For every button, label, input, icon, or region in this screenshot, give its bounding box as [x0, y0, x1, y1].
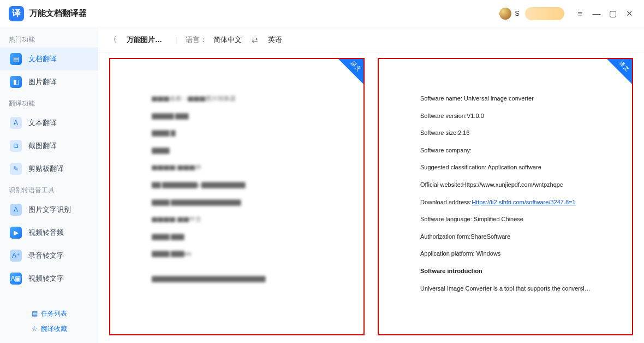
avatar[interactable]: [499, 8, 511, 20]
dst-line: Application platform: Windows: [420, 249, 591, 259]
maximize-icon[interactable]: ▢: [605, 5, 621, 22]
dst-line: Download address:Https://ti2.slhfri.com/…: [420, 198, 591, 208]
sidebar-item-label: 文本翻译: [28, 118, 57, 128]
sidebar-item-ocr[interactable]: A 图片文字识别: [0, 198, 98, 221]
star-icon: ☆: [32, 325, 38, 333]
translated-doc-body: Software name: Universal image converter…: [393, 67, 618, 327]
src-line: ▇▇▇▇ ▇▇中文: [152, 215, 322, 224]
image-translate-icon: ◧: [10, 76, 22, 88]
source-lang[interactable]: 简体中文: [213, 35, 242, 45]
src-line: ▇▇▇▇ ▇▇▇▇▇▇▇▇▇▇▇▇▇▇▇▇: [152, 198, 322, 208]
dst-line: Suggested classification: Application so…: [420, 163, 591, 173]
source-doc-body: ▇▇▇名称：▇▇▇图片转换器 ▇▇▇▇▇ ▇▇▇ ▇▇▇▇ ▇ ▇▇▇▇ ▇▇▇…: [124, 67, 349, 327]
swap-lang-icon[interactable]: ⇄: [248, 36, 261, 44]
sidebar-item-clipboard-translate[interactable]: ✎ 剪贴板翻译: [0, 157, 98, 180]
app-title: 万能文档翻译器: [29, 8, 87, 19]
src-line: ▇▇▇▇ ▇▇▇件: [152, 163, 322, 173]
content-area: 〈 万能图片… | 语言： 简体中文 ⇄ 英语 原文 ▇▇▇名称：▇▇▇图片转换…: [98, 27, 644, 343]
source-panel: 原文 ▇▇▇名称：▇▇▇图片转换器 ▇▇▇▇▇ ▇▇▇ ▇▇▇▇ ▇ ▇▇▇▇ …: [109, 58, 365, 335]
sidebar: 热门功能 ▤ 文档翻译 ◧ 图片翻译 翻译功能 A 文本翻译 ⧉ 截图翻译 ✎ …: [0, 27, 98, 343]
menu-icon[interactable]: ≡: [572, 5, 588, 22]
task-list-label: 任务列表: [41, 309, 67, 318]
src-line: ▇▇▇▇▇ ▇▇▇: [152, 111, 322, 121]
title-bar: 译 万能文档翻译器 S ≡ — ▢ ✕: [0, 0, 644, 27]
dst-line: Universal Image Converter is a tool that…: [420, 284, 591, 294]
dst-line: Software name: Universal image converter: [420, 94, 591, 104]
dst-line: Authorization form:ShareSoftware: [420, 232, 591, 242]
sidebar-item-label: 录音转文字: [28, 251, 64, 261]
sidebar-section-hot: 热门功能: [0, 29, 98, 48]
sidebar-item-audio-to-text[interactable]: A⁺ 录音转文字: [0, 244, 98, 267]
sidebar-bottom: ▤ 任务列表 ☆ 翻译收藏: [0, 300, 98, 343]
download-label: Download address:: [420, 199, 472, 205]
sidebar-item-label: 视频转音频: [28, 228, 64, 238]
sidebar-item-text-translate[interactable]: A 文本翻译: [0, 111, 98, 134]
favorites-link[interactable]: ☆ 翻译收藏: [0, 321, 98, 336]
task-list-link[interactable]: ▤ 任务列表: [0, 306, 98, 321]
src-line: ▇▇▇▇ ▇: [152, 128, 322, 138]
sidebar-section-tools: 识别转语音工具: [0, 180, 98, 198]
dst-line: Software size:2.16: [420, 128, 591, 138]
audio-to-text-icon: A⁺: [10, 250, 22, 262]
download-link[interactable]: Https://ti2.slhfri.com/software/3247.8=1: [472, 199, 575, 205]
lang-key: 语言：: [186, 35, 207, 45]
doc-translate-icon: ▤: [10, 53, 22, 65]
user-initial: S: [515, 9, 520, 17]
sidebar-section-translate: 翻译功能: [0, 93, 98, 111]
sidebar-item-video-to-audio[interactable]: ▶ 视频转音频: [0, 221, 98, 244]
screenshot-translate-icon: ⧉: [10, 140, 22, 152]
dst-line: Official website:Https://www.xunjiepdf.c…: [420, 180, 591, 190]
sidebar-item-label: 视频转文字: [28, 274, 64, 283]
sidebar-item-label: 截图翻译: [28, 141, 57, 151]
translate-top-bar: 〈 万能图片… | 语言： 简体中文 ⇄ 英语: [98, 27, 644, 52]
favorites-label: 翻译收藏: [41, 324, 67, 334]
src-line: ▇▇▇▇▇▇▇▇▇▇▇▇▇▇▇▇▇▇▇▇▇▇▇▇▇▇: [152, 274, 322, 284]
dst-heading: Software introduction: [420, 267, 591, 276]
video-to-text-icon: A▣: [10, 273, 22, 285]
src-line: ▇▇▇▇ ▇▇▇ws: [152, 249, 322, 259]
clipboard-translate-icon: ✎: [10, 163, 22, 175]
list-icon: ▤: [32, 310, 38, 317]
back-icon[interactable]: 〈: [109, 35, 117, 45]
src-line: ▇▇▇▇ ▇▇▇: [152, 232, 322, 242]
close-icon[interactable]: ✕: [621, 5, 637, 22]
sidebar-item-label: 剪贴板翻译: [28, 164, 64, 174]
dst-line: Software version:V1.0.0: [420, 111, 591, 121]
src-line: ▇▇ ▇▇▇▇▇▇▇▇v.▇▇▇▇▇▇▇▇▇▇: [152, 180, 322, 190]
upgrade-badge[interactable]: [525, 7, 564, 20]
translated-panel: 译文 Software name: Universal image conver…: [378, 58, 633, 335]
divider: |: [175, 36, 177, 44]
sidebar-item-screenshot-translate[interactable]: ⧉ 截图翻译: [0, 134, 98, 157]
dst-line: Software language: Simplified Chinese: [420, 215, 591, 224]
sidebar-item-image-translate[interactable]: ◧ 图片翻译: [0, 70, 98, 93]
ocr-icon: A: [10, 204, 22, 216]
video-to-audio-icon: ▶: [10, 227, 22, 239]
breadcrumb: 万能图片…: [127, 35, 162, 45]
sidebar-item-label: 图片文字识别: [28, 205, 71, 215]
text-translate-icon: A: [10, 117, 22, 129]
sidebar-item-doc-translate[interactable]: ▤ 文档翻译: [0, 48, 98, 70]
src-line: ▇▇▇名称：▇▇▇图片转换器: [152, 94, 322, 104]
minimize-icon[interactable]: —: [588, 5, 605, 22]
app-logo: 译: [9, 6, 24, 21]
sidebar-item-label: 文档翻译: [28, 54, 57, 64]
dst-line: Software company:: [420, 146, 591, 156]
target-lang[interactable]: 英语: [268, 35, 282, 45]
src-line: ▇▇▇▇: [152, 146, 322, 156]
sidebar-item-label: 图片翻译: [28, 77, 57, 87]
sidebar-item-video-to-text[interactable]: A▣ 视频转文字: [0, 267, 98, 290]
